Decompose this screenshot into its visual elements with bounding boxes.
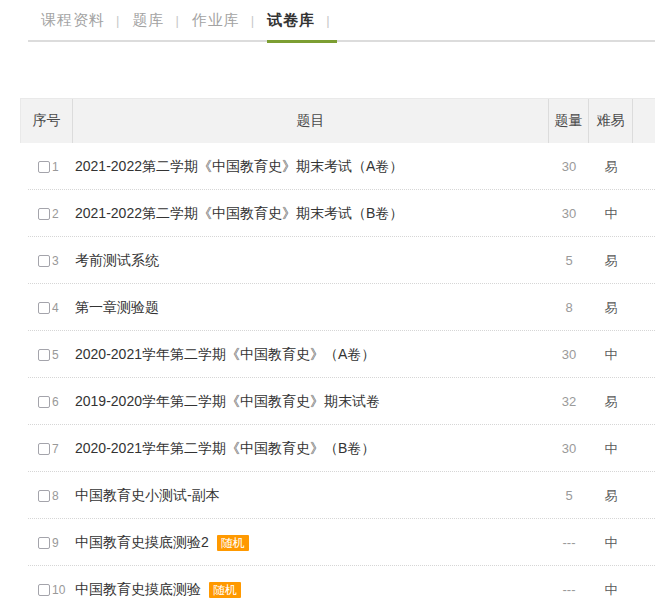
difficulty-value: 中 bbox=[589, 346, 633, 364]
table-row[interactable]: 8 中国教育史小测试-副本 5 易 bbox=[20, 472, 655, 519]
table-row[interactable]: 2 2021-2022第二学期《中国教育史》期末考试（B卷） 30 中 bbox=[20, 190, 655, 237]
row-number: 6 bbox=[52, 395, 59, 409]
row-title-cell: 中国教育史小测试-副本 bbox=[72, 487, 549, 505]
difficulty-value: 中 bbox=[589, 205, 633, 223]
tab-question-bank[interactable]: 题库 | bbox=[132, 0, 191, 41]
table-header-row: 序号 题目 题量 难易 bbox=[20, 98, 655, 143]
question-count-value: --- bbox=[549, 582, 589, 597]
row-checkbox[interactable] bbox=[38, 490, 50, 502]
row-checkbox[interactable] bbox=[38, 396, 50, 408]
row-title-cell: 中国教育史摸底测验 随机 bbox=[72, 581, 549, 599]
difficulty-value: 中 bbox=[589, 581, 633, 599]
question-count-value: 5 bbox=[549, 253, 589, 268]
question-count-value: 5 bbox=[549, 488, 589, 503]
row-number: 9 bbox=[52, 536, 59, 550]
tab-label: 课程资料 bbox=[41, 11, 105, 30]
table-row[interactable]: 6 2019-2020学年第二学期《中国教育史》期末试卷 32 易 bbox=[20, 378, 655, 425]
question-count-value: 30 bbox=[549, 206, 589, 221]
exam-title-link[interactable]: 考前测试系统 bbox=[75, 252, 159, 270]
exam-paper-table: 序号 题目 题量 难易 1 2021-2022第二学期《中国教育史》期末考试（A… bbox=[20, 98, 655, 612]
row-checkbox[interactable] bbox=[38, 537, 50, 549]
exam-title-link[interactable]: 2020-2021学年第二学期《中国教育史》（B卷） bbox=[75, 440, 375, 458]
table-row[interactable]: 4 第一章测验题 8 易 bbox=[20, 284, 655, 331]
tab-exam-library[interactable]: 试卷库 | bbox=[267, 0, 342, 41]
tab-course-materials[interactable]: 课程资料 | bbox=[41, 0, 132, 41]
exam-title-link[interactable]: 中国教育史小测试-副本 bbox=[75, 487, 220, 505]
row-index-cell: 9 bbox=[20, 536, 72, 550]
random-badge: 随机 bbox=[209, 582, 241, 598]
row-title-cell: 第一章测验题 bbox=[72, 299, 549, 317]
row-number: 5 bbox=[52, 348, 59, 362]
row-index-cell: 7 bbox=[20, 442, 72, 456]
row-index-cell: 10 bbox=[20, 583, 72, 597]
tab-label: 题库 bbox=[132, 11, 164, 30]
row-checkbox[interactable] bbox=[38, 349, 50, 361]
question-count-value: 30 bbox=[549, 347, 589, 362]
header-title: 题目 bbox=[73, 99, 549, 143]
row-index-cell: 8 bbox=[20, 489, 72, 503]
row-checkbox[interactable] bbox=[38, 584, 50, 596]
difficulty-value: 易 bbox=[589, 299, 633, 317]
difficulty-value: 易 bbox=[589, 252, 633, 270]
exam-title-link[interactable]: 中国教育史摸底测验2 bbox=[75, 534, 209, 552]
exam-title-link[interactable]: 2020-2021学年第二学期《中国教育史》（A卷） bbox=[75, 346, 375, 364]
row-checkbox[interactable] bbox=[38, 161, 50, 173]
row-checkbox[interactable] bbox=[38, 443, 50, 455]
difficulty-value: 易 bbox=[589, 158, 633, 176]
exam-title-link[interactable]: 中国教育史摸底测验 bbox=[75, 581, 201, 599]
difficulty-value: 易 bbox=[589, 393, 633, 411]
question-count-value: 30 bbox=[549, 441, 589, 456]
row-index-cell: 1 bbox=[20, 160, 72, 174]
tab-separator: | bbox=[116, 13, 119, 28]
row-number: 10 bbox=[52, 583, 65, 597]
header-extra bbox=[633, 99, 655, 143]
question-count-value: 30 bbox=[549, 159, 589, 174]
row-title-cell: 2020-2021学年第二学期《中国教育史》（B卷） bbox=[72, 440, 549, 458]
row-index-cell: 5 bbox=[20, 348, 72, 362]
table-row[interactable]: 7 2020-2021学年第二学期《中国教育史》（B卷） 30 中 bbox=[20, 425, 655, 472]
row-checkbox[interactable] bbox=[38, 208, 50, 220]
exam-title-link[interactable]: 2021-2022第二学期《中国教育史》期末考试（B卷） bbox=[75, 205, 403, 223]
header-index: 序号 bbox=[21, 99, 73, 143]
row-title-cell: 2019-2020学年第二学期《中国教育史》期末试卷 bbox=[72, 393, 549, 411]
difficulty-value: 易 bbox=[589, 487, 633, 505]
question-count-value: 32 bbox=[549, 394, 589, 409]
table-body: 1 2021-2022第二学期《中国教育史》期末考试（A卷） 30 易 2 20… bbox=[20, 143, 655, 612]
row-checkbox[interactable] bbox=[38, 302, 50, 314]
table-row[interactable]: 5 2020-2021学年第二学期《中国教育史》（A卷） 30 中 bbox=[20, 331, 655, 378]
row-index-cell: 2 bbox=[20, 207, 72, 221]
random-badge: 随机 bbox=[217, 535, 249, 551]
exam-title-link[interactable]: 2021-2022第二学期《中国教育史》期末考试（A卷） bbox=[75, 158, 403, 176]
tab-separator: | bbox=[326, 13, 329, 28]
row-number: 1 bbox=[52, 160, 59, 174]
row-title-cell: 2020-2021学年第二学期《中国教育史》（A卷） bbox=[72, 346, 549, 364]
question-count-value: 8 bbox=[549, 300, 589, 315]
table-row[interactable]: 3 考前测试系统 5 易 bbox=[20, 237, 655, 284]
exam-title-link[interactable]: 2019-2020学年第二学期《中国教育史》期末试卷 bbox=[75, 393, 380, 411]
table-row[interactable]: 9 中国教育史摸底测验2 随机 --- 中 bbox=[20, 519, 655, 566]
row-number: 7 bbox=[52, 442, 59, 456]
difficulty-value: 中 bbox=[589, 440, 633, 458]
tab-separator: | bbox=[175, 13, 178, 28]
tab-homework-library[interactable]: 作业库 | bbox=[192, 0, 267, 41]
tab-label: 作业库 bbox=[192, 11, 240, 30]
row-title-cell: 考前测试系统 bbox=[72, 252, 549, 270]
header-question-count: 题量 bbox=[549, 99, 589, 143]
row-title-cell: 2021-2022第二学期《中国教育史》期末考试（B卷） bbox=[72, 205, 549, 223]
table-row[interactable]: 1 2021-2022第二学期《中国教育史》期末考试（A卷） 30 易 bbox=[20, 143, 655, 190]
row-number: 2 bbox=[52, 207, 59, 221]
tab-label: 试卷库 bbox=[267, 11, 315, 30]
row-checkbox[interactable] bbox=[38, 255, 50, 267]
question-count-value: --- bbox=[549, 535, 589, 550]
row-number: 8 bbox=[52, 489, 59, 503]
row-index-cell: 3 bbox=[20, 254, 72, 268]
tab-separator: | bbox=[251, 13, 254, 28]
row-title-cell: 中国教育史摸底测验2 随机 bbox=[72, 534, 549, 552]
row-title-cell: 2021-2022第二学期《中国教育史》期末考试（A卷） bbox=[72, 158, 549, 176]
row-number: 4 bbox=[52, 301, 59, 315]
library-tab-bar: 课程资料 | 题库 | 作业库 | 试卷库 | bbox=[28, 0, 655, 42]
row-index-cell: 4 bbox=[20, 301, 72, 315]
exam-title-link[interactable]: 第一章测验题 bbox=[75, 299, 159, 317]
table-row[interactable]: 10 中国教育史摸底测验 随机 --- 中 bbox=[20, 566, 655, 612]
header-difficulty: 难易 bbox=[589, 99, 633, 143]
